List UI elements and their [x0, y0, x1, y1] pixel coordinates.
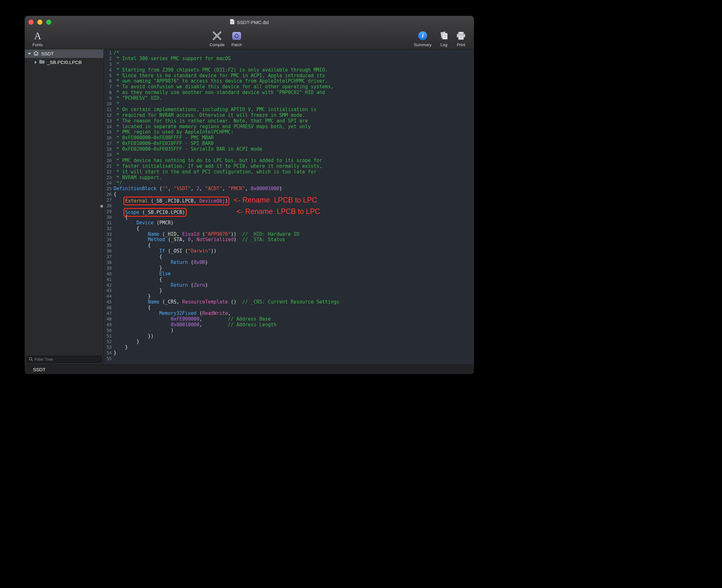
code-token: * as they normally use another non-stand…	[113, 89, 325, 95]
code-line[interactable]: 8 * as they normally use another non-sta…	[104, 90, 474, 96]
code-line[interactable]: 48 0xFE000000, // Address Base	[104, 316, 474, 322]
code-line[interactable]: 36 If (_OSI ("Darwin"))	[104, 248, 474, 254]
code-line[interactable]: 52 }	[104, 339, 474, 344]
code-token: * 0xFE000000~0xFE00FFFF - PMC MBAR	[113, 135, 214, 141]
code-line[interactable]: 25DefinitionBlock ("", "SSDT", 2, "ACDT"…	[104, 186, 474, 192]
code-line[interactable]: 14 * located in separate memory regions …	[104, 124, 474, 130]
line-number: 55	[104, 356, 113, 362]
line-number: 27	[104, 197, 113, 203]
code-line[interactable]: 12 * required for NVRAM access. Otherwis…	[104, 113, 474, 118]
code-line[interactable]: 29 Scope (_SB.PCI0.LPCB) <- Rename LPCB …	[104, 209, 474, 214]
code-line[interactable]: 3 *	[104, 62, 474, 67]
line-number: 47	[104, 311, 113, 316]
code-token: (	[188, 282, 194, 288]
gear-box-icon	[232, 30, 241, 42]
code-line[interactable]: 53 }	[104, 344, 474, 350]
code-token: ,	[168, 186, 174, 191]
line-number: 22	[104, 169, 113, 175]
code-token: }	[113, 339, 139, 344]
filter-field[interactable]	[26, 356, 102, 363]
code-line[interactable]: 15 * PMC region is used by AppleIntelPCH…	[104, 129, 474, 135]
code-line[interactable]: 40 Else	[104, 271, 474, 277]
code-line[interactable]: 43 }	[104, 288, 474, 294]
line-number: 49	[104, 322, 113, 328]
code-token	[113, 220, 136, 226]
code-line[interactable]: 24 */	[104, 181, 474, 186]
code-line[interactable]: 21 * faster initialisation. If we add it…	[104, 164, 474, 169]
print-button[interactable]: Print	[450, 30, 472, 47]
disclosure-open-icon[interactable]	[28, 53, 31, 55]
code-line[interactable]: 4 * Starting from Z390 chipsets PMC (D31…	[104, 67, 474, 73]
code-line[interactable]: 34 Method (_STA, 0, NotSerialized) // _S…	[104, 237, 474, 243]
line-number: 16	[104, 135, 113, 141]
code-line[interactable]: 27 External (_SB_.PCI0.LPCB, DeviceObj) …	[104, 197, 474, 203]
code-line[interactable]: 44 }	[104, 294, 474, 299]
code-line[interactable]: 9 * "PCHRESV" UID.	[104, 96, 474, 101]
code-line[interactable]: 23 * NVRAM support.	[104, 175, 474, 181]
info-circle-icon: i	[418, 30, 427, 42]
line-number: 21	[104, 164, 113, 169]
fonts-button[interactable]: A Fonts	[26, 30, 49, 47]
code-line[interactable]: 11 * On certain implementations, includi…	[104, 107, 474, 113]
code-token: (_HID,	[160, 231, 182, 237]
code-line[interactable]: 47 Memory32Fixed (ReadWrite,	[104, 311, 474, 316]
code-line[interactable]: 41 {	[104, 277, 474, 282]
code-line[interactable]: 50 )	[104, 328, 474, 334]
code-line[interactable]: 31 Device (PMCR)	[104, 220, 474, 226]
zoom-button[interactable]	[46, 20, 51, 25]
editor[interactable]: 1/*2 * Intel 300-series PMC support for …	[104, 49, 474, 364]
code-line[interactable]: 33 Name (_HID, EisaId ("APP9876")) // _H…	[104, 232, 474, 237]
code-line[interactable]: 42 Return (Zero)	[104, 282, 474, 288]
code-line[interactable]: 20 * PMC device has nothing to do to LPC…	[104, 158, 474, 164]
code-line[interactable]: 7 * To avoid confusion we disable this d…	[104, 84, 474, 90]
line-number: 18	[104, 147, 113, 152]
code-line[interactable]: 18 * 0xFE020000~0xFE035FFF - SerialIo BA…	[104, 147, 474, 152]
code-token: // Address Length	[228, 322, 277, 328]
code-line[interactable]: 2 * Intel 300-series PMC support for mac…	[104, 56, 474, 62]
code-line[interactable]: 16 * 0xFE000000~0xFE00FFFF - PMC MBAR	[104, 135, 474, 141]
code-line[interactable]: 39 }	[104, 266, 474, 271]
code-token: 0	[188, 237, 191, 243]
content-area: SSDT _SB.PCI0.LPCB	[25, 49, 474, 364]
code-line[interactable]: 13 * The reason for this is rather uncle…	[104, 118, 474, 124]
code-token: )	[205, 259, 208, 265]
code-line[interactable]: 19 *	[104, 152, 474, 158]
disclosure-closed-icon[interactable]	[35, 61, 37, 64]
code-line[interactable]: 46 {	[104, 305, 474, 311]
code-token: (_CRS,	[160, 299, 182, 305]
code-line[interactable]: 54}	[104, 350, 474, 356]
code-line[interactable]: 32 {	[104, 226, 474, 232]
code-token: *	[113, 61, 119, 67]
sidebar-item-ssdt[interactable]: SSDT	[25, 49, 104, 58]
code-line[interactable]: 22 * it will start in the end of PCI con…	[104, 169, 474, 175]
code-line[interactable]: 10 *	[104, 101, 474, 107]
code-line[interactable]: 51 })	[104, 334, 474, 339]
close-button[interactable]	[28, 20, 34, 25]
code-line[interactable]: 35 {	[104, 243, 474, 248]
code-token: Else	[160, 271, 171, 277]
code-line[interactable]: 17 * 0xFE010000~0xFE010FFF - SPI BAR0	[104, 141, 474, 147]
sidebar-item-sb-pci0-lpcb[interactable]: _SB.PCI0.LPCB	[25, 58, 104, 66]
sidebar-item-label: SSDT	[41, 51, 54, 56]
code-line[interactable]: 55	[104, 356, 474, 362]
code-token: */	[113, 180, 122, 186]
code-token: Return	[171, 282, 188, 288]
code-line[interactable]: 6 * own naming "APP9876" to access this …	[104, 79, 474, 84]
annotation-box: Scope (_SB.PCI0.LPCB)	[125, 210, 185, 215]
code-token	[113, 299, 148, 305]
code-token	[113, 231, 148, 237]
minimize-button[interactable]	[37, 20, 42, 25]
code-line[interactable]: 49 0x00010000, // Address Length	[104, 322, 474, 328]
code-line[interactable]: 45 Name (_CRS, ResourceTemplate () // _C…	[104, 299, 474, 305]
code-token: // _HID: Hardware ID	[242, 231, 299, 237]
code-line[interactable]: 1/*	[104, 50, 474, 56]
line-number: 12	[104, 113, 113, 118]
code-line[interactable]: 38 Return (0x0B)	[104, 260, 474, 266]
compile-button[interactable]: Compile	[206, 30, 228, 47]
patch-button[interactable]: Patch	[226, 30, 248, 47]
titlebar[interactable]: SSDT-PMC.dsl	[25, 16, 474, 28]
summary-button[interactable]: i Summary	[411, 30, 434, 47]
filter-input[interactable]	[35, 357, 99, 362]
code-line[interactable]: 37 {	[104, 254, 474, 260]
code-line[interactable]: 5 * Since there is no standard device fo…	[104, 73, 474, 79]
